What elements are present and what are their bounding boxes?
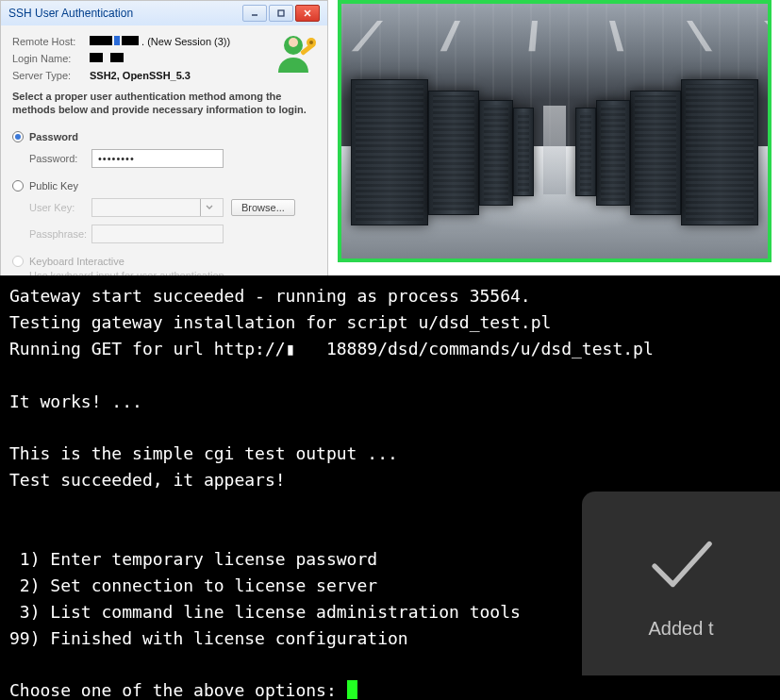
remote-host-suffix: . (New Session (3))	[141, 36, 230, 47]
toast-text: Added t	[649, 614, 714, 643]
auth-option-keyboard-label: Keyboard Interactive	[29, 256, 124, 267]
password-input[interactable]: ••••••••	[91, 149, 224, 168]
auth-option-publickey[interactable]: Public Key	[12, 177, 316, 194]
radio-icon	[12, 131, 24, 142]
remote-host-value: . (New Session (3))	[90, 36, 230, 47]
instruction-text: Select a proper user authentication meth…	[12, 84, 316, 125]
login-name-value	[90, 53, 124, 64]
datacenter-image	[338, 0, 772, 262]
terminal-text: Gateway start succeeded - running as pro…	[9, 286, 654, 700]
browse-button[interactable]: Browse...	[231, 199, 295, 216]
terminal-cursor	[347, 680, 357, 699]
server-type-label: Server Type:	[12, 70, 90, 81]
passphrase-input	[91, 225, 224, 243]
window-controls	[242, 5, 320, 22]
passphrase-label: Passphrase:	[29, 228, 91, 240]
user-key-label: User Key:	[29, 202, 91, 213]
toast-notification: Added t	[582, 492, 780, 675]
password-field-label: Password:	[29, 153, 91, 164]
svg-rect-1	[278, 10, 284, 16]
login-name-label: Login Name:	[12, 53, 90, 64]
maximize-button[interactable]	[269, 5, 293, 22]
dialog-title: SSH User Authentication	[8, 7, 133, 20]
user-key-combo	[91, 198, 224, 217]
svg-point-8	[309, 41, 313, 44]
remote-host-label: Remote Host:	[12, 36, 90, 47]
chevron-down-icon	[200, 199, 217, 216]
auth-option-password[interactable]: Password	[12, 128, 316, 145]
auth-option-publickey-label: Public Key	[29, 180, 78, 192]
radio-icon	[12, 256, 24, 267]
checkmark-icon	[640, 524, 722, 605]
minimize-button[interactable]	[242, 5, 267, 22]
auth-option-keyboard: Keyboard Interactive	[12, 253, 316, 270]
terminal-output[interactable]: Gateway start succeeded - running as pro…	[0, 275, 780, 700]
auth-option-password-label: Password	[29, 131, 78, 142]
dialog-titlebar: SSH User Authentication	[1, 1, 327, 25]
svg-point-5	[289, 38, 298, 47]
user-key-icon	[269, 29, 318, 78]
close-button[interactable]	[295, 5, 320, 22]
server-type-value: SSH2, OpenSSH_5.3	[90, 70, 191, 81]
radio-icon	[12, 180, 24, 192]
